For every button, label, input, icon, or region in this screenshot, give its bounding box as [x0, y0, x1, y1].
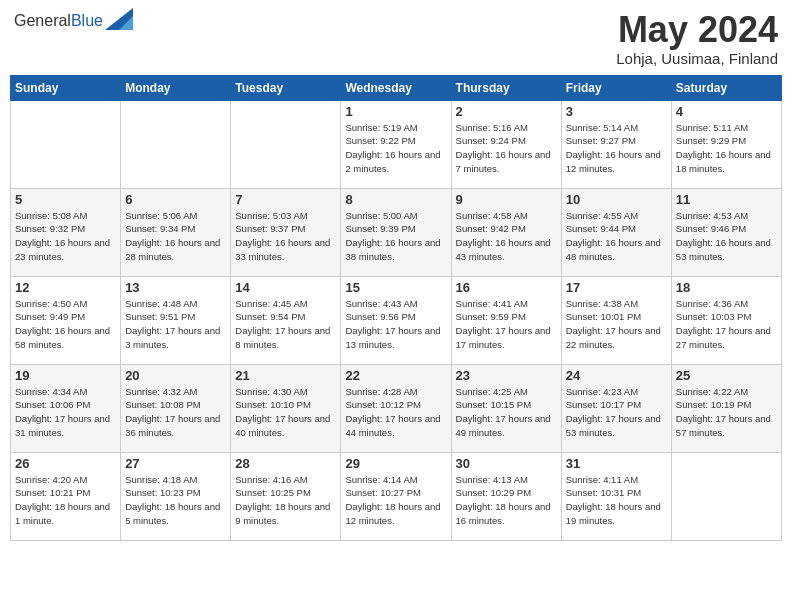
day-number: 19	[15, 368, 116, 383]
day-cell: 24Sunrise: 4:23 AMSunset: 10:17 PMDaylig…	[561, 364, 671, 452]
day-info: Sunrise: 4:13 AMSunset: 10:29 PMDaylight…	[456, 473, 557, 528]
day-cell: 6Sunrise: 5:06 AMSunset: 9:34 PMDaylight…	[121, 188, 231, 276]
day-cell: 19Sunrise: 4:34 AMSunset: 10:06 PMDaylig…	[11, 364, 121, 452]
day-cell	[121, 100, 231, 188]
calendar-table: SundayMondayTuesdayWednesdayThursdayFrid…	[10, 75, 782, 541]
day-number: 13	[125, 280, 226, 295]
week-row-5: 26Sunrise: 4:20 AMSunset: 10:21 PMDaylig…	[11, 452, 782, 540]
location-title: Lohja, Uusimaa, Finland	[616, 50, 778, 67]
calendar-body: 1Sunrise: 5:19 AMSunset: 9:22 PMDaylight…	[11, 100, 782, 540]
day-number: 30	[456, 456, 557, 471]
day-number: 11	[676, 192, 777, 207]
day-info: Sunrise: 5:08 AMSunset: 9:32 PMDaylight:…	[15, 209, 116, 264]
week-row-2: 5Sunrise: 5:08 AMSunset: 9:32 PMDaylight…	[11, 188, 782, 276]
day-info: Sunrise: 5:06 AMSunset: 9:34 PMDaylight:…	[125, 209, 226, 264]
day-info: Sunrise: 5:00 AMSunset: 9:39 PMDaylight:…	[345, 209, 446, 264]
day-info: Sunrise: 4:45 AMSunset: 9:54 PMDaylight:…	[235, 297, 336, 352]
day-number: 4	[676, 104, 777, 119]
day-info: Sunrise: 4:11 AMSunset: 10:31 PMDaylight…	[566, 473, 667, 528]
header-cell-monday: Monday	[121, 75, 231, 100]
day-info: Sunrise: 4:30 AMSunset: 10:10 PMDaylight…	[235, 385, 336, 440]
day-cell: 28Sunrise: 4:16 AMSunset: 10:25 PMDaylig…	[231, 452, 341, 540]
logo-blue: Blue	[71, 12, 103, 29]
day-cell: 8Sunrise: 5:00 AMSunset: 9:39 PMDaylight…	[341, 188, 451, 276]
day-info: Sunrise: 4:25 AMSunset: 10:15 PMDaylight…	[456, 385, 557, 440]
day-cell: 29Sunrise: 4:14 AMSunset: 10:27 PMDaylig…	[341, 452, 451, 540]
day-info: Sunrise: 4:53 AMSunset: 9:46 PMDaylight:…	[676, 209, 777, 264]
day-number: 5	[15, 192, 116, 207]
day-number: 31	[566, 456, 667, 471]
day-number: 8	[345, 192, 446, 207]
week-row-1: 1Sunrise: 5:19 AMSunset: 9:22 PMDaylight…	[11, 100, 782, 188]
week-row-3: 12Sunrise: 4:50 AMSunset: 9:49 PMDayligh…	[11, 276, 782, 364]
day-info: Sunrise: 4:34 AMSunset: 10:06 PMDaylight…	[15, 385, 116, 440]
header-cell-saturday: Saturday	[671, 75, 781, 100]
day-number: 3	[566, 104, 667, 119]
day-cell: 11Sunrise: 4:53 AMSunset: 9:46 PMDayligh…	[671, 188, 781, 276]
day-cell: 12Sunrise: 4:50 AMSunset: 9:49 PMDayligh…	[11, 276, 121, 364]
day-info: Sunrise: 5:14 AMSunset: 9:27 PMDaylight:…	[566, 121, 667, 176]
day-cell: 14Sunrise: 4:45 AMSunset: 9:54 PMDayligh…	[231, 276, 341, 364]
day-cell: 20Sunrise: 4:32 AMSunset: 10:08 PMDaylig…	[121, 364, 231, 452]
day-cell: 22Sunrise: 4:28 AMSunset: 10:12 PMDaylig…	[341, 364, 451, 452]
day-cell: 31Sunrise: 4:11 AMSunset: 10:31 PMDaylig…	[561, 452, 671, 540]
day-info: Sunrise: 5:16 AMSunset: 9:24 PMDaylight:…	[456, 121, 557, 176]
title-block: May 2024 Lohja, Uusimaa, Finland	[616, 10, 778, 67]
day-cell: 15Sunrise: 4:43 AMSunset: 9:56 PMDayligh…	[341, 276, 451, 364]
day-info: Sunrise: 4:16 AMSunset: 10:25 PMDaylight…	[235, 473, 336, 528]
day-cell: 16Sunrise: 4:41 AMSunset: 9:59 PMDayligh…	[451, 276, 561, 364]
day-number: 7	[235, 192, 336, 207]
day-number: 27	[125, 456, 226, 471]
day-number: 16	[456, 280, 557, 295]
day-cell: 25Sunrise: 4:22 AMSunset: 10:19 PMDaylig…	[671, 364, 781, 452]
day-info: Sunrise: 4:18 AMSunset: 10:23 PMDaylight…	[125, 473, 226, 528]
day-cell: 13Sunrise: 4:48 AMSunset: 9:51 PMDayligh…	[121, 276, 231, 364]
day-cell: 21Sunrise: 4:30 AMSunset: 10:10 PMDaylig…	[231, 364, 341, 452]
day-cell	[231, 100, 341, 188]
day-number: 15	[345, 280, 446, 295]
header-cell-sunday: Sunday	[11, 75, 121, 100]
logo: GeneralBlue	[14, 10, 133, 32]
day-cell: 26Sunrise: 4:20 AMSunset: 10:21 PMDaylig…	[11, 452, 121, 540]
day-number: 12	[15, 280, 116, 295]
header-cell-tuesday: Tuesday	[231, 75, 341, 100]
day-number: 17	[566, 280, 667, 295]
day-cell	[11, 100, 121, 188]
day-info: Sunrise: 4:58 AMSunset: 9:42 PMDaylight:…	[456, 209, 557, 264]
month-title: May 2024	[616, 10, 778, 50]
day-info: Sunrise: 5:03 AMSunset: 9:37 PMDaylight:…	[235, 209, 336, 264]
day-info: Sunrise: 4:14 AMSunset: 10:27 PMDaylight…	[345, 473, 446, 528]
day-number: 21	[235, 368, 336, 383]
day-number: 6	[125, 192, 226, 207]
day-cell: 2Sunrise: 5:16 AMSunset: 9:24 PMDaylight…	[451, 100, 561, 188]
day-info: Sunrise: 4:48 AMSunset: 9:51 PMDaylight:…	[125, 297, 226, 352]
day-cell: 10Sunrise: 4:55 AMSunset: 9:44 PMDayligh…	[561, 188, 671, 276]
day-number: 1	[345, 104, 446, 119]
day-number: 10	[566, 192, 667, 207]
day-info: Sunrise: 4:43 AMSunset: 9:56 PMDaylight:…	[345, 297, 446, 352]
day-cell: 7Sunrise: 5:03 AMSunset: 9:37 PMDaylight…	[231, 188, 341, 276]
header-cell-wednesday: Wednesday	[341, 75, 451, 100]
page-header: GeneralBlue May 2024 Lohja, Uusimaa, Fin…	[10, 10, 782, 67]
day-cell: 5Sunrise: 5:08 AMSunset: 9:32 PMDaylight…	[11, 188, 121, 276]
day-cell: 9Sunrise: 4:58 AMSunset: 9:42 PMDaylight…	[451, 188, 561, 276]
day-info: Sunrise: 5:11 AMSunset: 9:29 PMDaylight:…	[676, 121, 777, 176]
day-cell: 18Sunrise: 4:36 AMSunset: 10:03 PMDaylig…	[671, 276, 781, 364]
day-number: 2	[456, 104, 557, 119]
day-info: Sunrise: 4:55 AMSunset: 9:44 PMDaylight:…	[566, 209, 667, 264]
day-number: 23	[456, 368, 557, 383]
day-number: 29	[345, 456, 446, 471]
day-cell: 17Sunrise: 4:38 AMSunset: 10:01 PMDaylig…	[561, 276, 671, 364]
header-cell-friday: Friday	[561, 75, 671, 100]
day-number: 26	[15, 456, 116, 471]
day-info: Sunrise: 5:19 AMSunset: 9:22 PMDaylight:…	[345, 121, 446, 176]
day-info: Sunrise: 4:22 AMSunset: 10:19 PMDaylight…	[676, 385, 777, 440]
day-info: Sunrise: 4:32 AMSunset: 10:08 PMDaylight…	[125, 385, 226, 440]
day-number: 28	[235, 456, 336, 471]
day-info: Sunrise: 4:20 AMSunset: 10:21 PMDaylight…	[15, 473, 116, 528]
day-info: Sunrise: 4:50 AMSunset: 9:49 PMDaylight:…	[15, 297, 116, 352]
logo-icon	[105, 8, 133, 30]
header-row: SundayMondayTuesdayWednesdayThursdayFrid…	[11, 75, 782, 100]
day-cell	[671, 452, 781, 540]
day-number: 18	[676, 280, 777, 295]
